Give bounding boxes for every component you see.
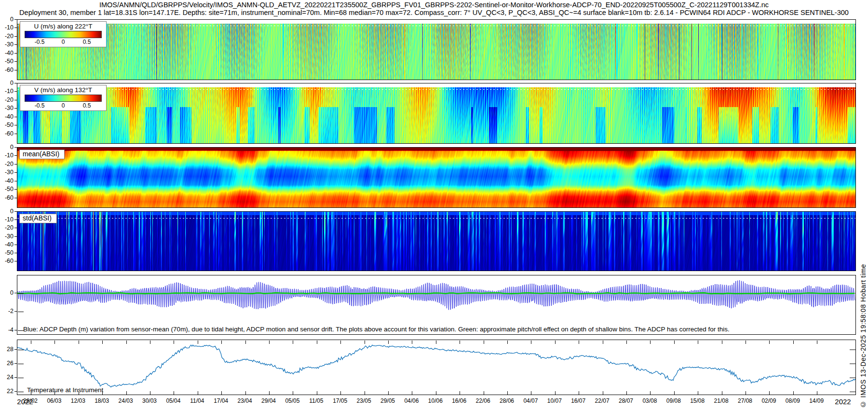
- date-tick-label: 14/09: [809, 397, 824, 404]
- x-tick-mark: [174, 341, 174, 344]
- adcp-figure: IMOS/ANMN/QLD/GBRPPS/Velocity/IMOS_ANMN-…: [0, 0, 868, 410]
- x-tick-mark: [603, 341, 603, 344]
- x-tick-mark: [436, 341, 436, 344]
- x-tick-mark: [269, 341, 270, 344]
- y-tick-label: 0: [0, 290, 14, 296]
- date-tick-label: 28/06: [500, 397, 514, 404]
- y-tick-label: -60: [0, 131, 14, 137]
- u-velocity-heatmap: [17, 20, 855, 80]
- panel-depth-variation: Blue: ADCP Depth (m) variation from sens…: [17, 275, 856, 335]
- y-tick-label: -2: [0, 308, 14, 314]
- y-tick-mark: [14, 261, 17, 261]
- x-tick-mark: [388, 341, 389, 344]
- y-tick-mark: [14, 349, 17, 350]
- y-tick-mark: [14, 236, 17, 237]
- v-colorbar-legend: V (m/s) along 132°T -0.5 0 0.5: [20, 85, 107, 111]
- y-tick-mark: [14, 219, 17, 220]
- y-tick-label: -60: [0, 258, 14, 264]
- date-tick-label: 10/06: [428, 397, 443, 404]
- date-tick-label: 18/03: [95, 397, 109, 404]
- date-tick-label: 04/06: [404, 397, 419, 404]
- x-tick-mark: [507, 341, 508, 344]
- y-tick-mark: [14, 253, 17, 253]
- u-colorbar-gradient: [25, 31, 102, 38]
- colorbar-tick-label: 0: [62, 39, 65, 45]
- date-tick-label: 17/05: [333, 397, 347, 404]
- x-tick-mark: [150, 341, 150, 344]
- y-tick-label: -60: [0, 67, 14, 73]
- panel-std-absi: std(ABSI): [17, 211, 856, 271]
- y-tick-mark: [14, 181, 17, 181]
- y-tick-mark: [14, 100, 17, 100]
- x-tick-mark: [221, 391, 222, 395]
- y-tick-mark: [14, 27, 17, 28]
- y-tick-mark: [14, 44, 17, 45]
- series-line: [17, 293, 854, 294]
- y-tick-mark: [14, 61, 17, 62]
- y-tick-mark: [14, 147, 17, 148]
- y-tick-mark: [14, 330, 17, 330]
- x-tick-mark: [340, 341, 341, 344]
- y-tick-mark: [14, 108, 17, 109]
- x-tick-mark: [102, 341, 103, 344]
- x-tick-mark: [174, 391, 174, 395]
- y-tick-label: 0: [0, 16, 14, 22]
- date-tick-label: 22/07: [595, 397, 610, 404]
- colorbar-tick-label: 0.5: [83, 39, 91, 45]
- y-tick-mark: [14, 391, 17, 392]
- x-tick-mark: [650, 341, 651, 344]
- x-tick-mark: [198, 341, 198, 344]
- x-tick-mark: [626, 391, 627, 395]
- date-tick-label: 11/04: [190, 397, 204, 404]
- inside-tick-mark: [18, 392, 24, 392]
- y-tick-label: -20: [0, 161, 14, 167]
- x-tick-mark: [31, 341, 31, 344]
- x-tick-mark: [293, 341, 293, 344]
- date-tick-label: 05/04: [166, 397, 180, 404]
- x-tick-mark: [722, 341, 722, 344]
- x-tick-mark: [722, 391, 722, 395]
- y-tick-label: -30: [0, 233, 14, 239]
- x-tick-mark: [650, 391, 651, 395]
- x-tick-mark: [388, 391, 389, 395]
- date-tick-label: 06/03: [47, 397, 61, 404]
- date-tick-label: 27/08: [738, 397, 752, 404]
- y-tick-mark: [14, 134, 17, 134]
- date-tick-label: 23/05: [357, 397, 371, 404]
- x-tick-mark: [126, 341, 127, 344]
- y-tick-label: 26: [0, 360, 14, 366]
- x-tick-mark: [365, 391, 365, 395]
- series-line: [17, 280, 855, 310]
- y-tick-mark: [14, 363, 17, 364]
- panel-u-velocity: U (m/s) along 222°T -0.5 0 0.5: [17, 19, 856, 80]
- y-tick-label: -10: [0, 217, 14, 222]
- x-tick-mark: [698, 391, 698, 395]
- y-tick-label: 0: [0, 80, 14, 86]
- y-tick-mark: [14, 377, 17, 378]
- x-tick-mark: [317, 341, 317, 344]
- std-absi-heatmap: [17, 212, 855, 271]
- inside-tick-mark: [18, 378, 24, 378]
- v-legend-title: V (m/s) along 132°T: [25, 86, 102, 95]
- panel-temperature: Temperature at Instrument: [17, 340, 856, 395]
- y-tick-label: -50: [0, 186, 14, 192]
- date-tick-label: 09/08: [666, 397, 681, 404]
- mean-absi-heatmap: [17, 148, 855, 207]
- x-tick-mark: [340, 391, 341, 395]
- x-tick-mark: [460, 341, 460, 344]
- temperature-line: [17, 345, 855, 387]
- y-tick-label: -50: [0, 58, 14, 64]
- x-tick-mark: [412, 341, 412, 344]
- date-tick-label: 22/06: [476, 397, 490, 404]
- y-tick-mark: [14, 36, 17, 37]
- date-tick-label: 05/05: [285, 397, 299, 404]
- date-tick-label: 11/05: [309, 397, 323, 404]
- date-axis: 2022 2022 28/0206/0312/0318/0324/0330/03…: [17, 397, 856, 407]
- y-tick-mark: [14, 19, 17, 20]
- y-tick-label: -50: [0, 122, 14, 128]
- x-tick-mark: [555, 391, 556, 395]
- x-tick-mark: [245, 391, 246, 395]
- y-tick-mark: [14, 70, 17, 70]
- colorbar-tick-label: 0.5: [83, 102, 91, 109]
- y-tick-mark: [14, 164, 17, 164]
